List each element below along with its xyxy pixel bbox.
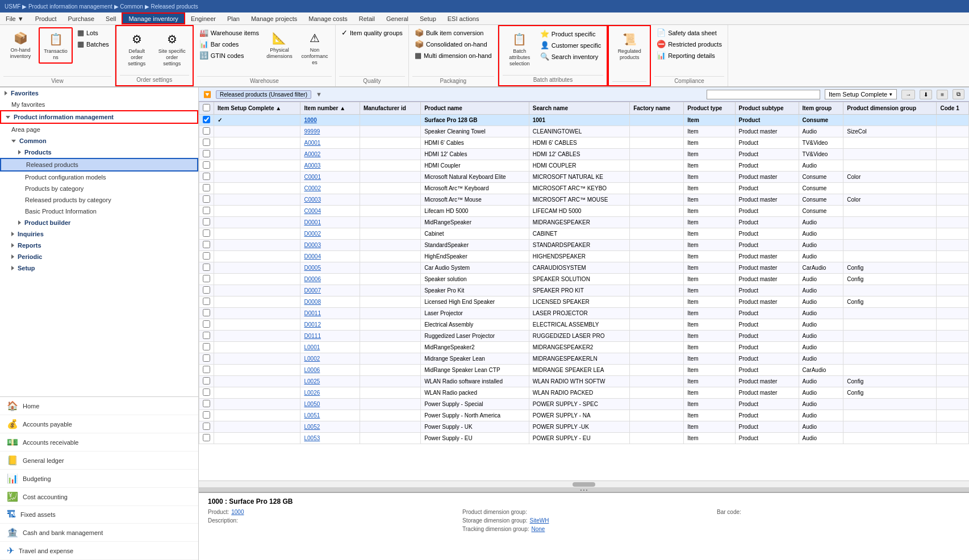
sidebar-pim[interactable]: Product information management xyxy=(0,110,198,124)
table-row[interactable]: D0011 Laser Projector LASER PROJECTOR It… xyxy=(199,308,969,319)
table-row[interactable]: A0001 HDMI 6' Cables HDMI 6' CABLES Item… xyxy=(199,137,969,149)
row-checkbox[interactable] xyxy=(199,228,214,240)
row-checkbox[interactable] xyxy=(199,376,214,387)
row-checkbox[interactable] xyxy=(199,410,214,421)
table-row[interactable]: A0003 HDMI Coupler HDMI COUPLER Item Pro… xyxy=(199,160,969,172)
col-search-name[interactable]: Search name xyxy=(529,102,629,115)
sidebar-bottom-fixed-assets[interactable]: 🏗Fixed assets xyxy=(0,506,198,524)
col-item-number[interactable]: Item number ▲ xyxy=(300,102,360,115)
row-checkbox[interactable] xyxy=(199,342,214,353)
table-row[interactable]: L0052 Power Supply - UK POWER SUPPLY -UK… xyxy=(199,421,969,433)
col-setup-complete[interactable]: Item Setup Complete ▲ xyxy=(214,102,300,115)
col-manufacturer-id[interactable]: Manufacturer id xyxy=(360,102,420,115)
menu-item-general[interactable]: General xyxy=(381,12,414,24)
product-specific-button[interactable]: ⭐ Product specific xyxy=(538,28,603,39)
table-row[interactable]: D0006 Speaker solution SPEAKER SOLUTION … xyxy=(199,274,969,285)
on-hand-inventory-button[interactable]: 📦 On-hand inventory xyxy=(3,27,37,61)
sidebar-bottom-accounts-receivable[interactable]: 💵Accounts receivable xyxy=(0,433,198,452)
menu-item-plan[interactable]: Plan xyxy=(222,12,245,24)
table-row[interactable]: L0002 Midrange Speaker Lean MIDRANGESPEA… xyxy=(199,353,969,365)
h-scrollbar[interactable] xyxy=(199,480,969,487)
sidebar-my-favorites[interactable]: My favorites xyxy=(0,99,198,110)
row-checkbox[interactable] xyxy=(199,365,214,376)
transactions-button[interactable]: 📋 Transactions xyxy=(39,27,73,64)
reporting-details-button[interactable]: 📊 Reporting details xyxy=(654,50,724,61)
table-row[interactable]: 99999 Speaker Cleaning Towel CLEANINGTOW… xyxy=(199,126,969,137)
table-row[interactable]: D0111 Ruggedized Laser Projector RUGGEDI… xyxy=(199,331,969,342)
sidebar-reports[interactable]: Reports xyxy=(0,240,198,251)
row-checkbox[interactable] xyxy=(199,183,214,194)
row-checkbox[interactable] xyxy=(199,217,214,228)
safety-data-sheet-button[interactable]: 📄 Safety data sheet xyxy=(654,27,724,38)
tracking-value[interactable]: None xyxy=(531,526,545,532)
detail-expand-handle[interactable]: • • • xyxy=(199,487,969,492)
row-checkbox[interactable] xyxy=(199,262,214,274)
sidebar-bottom-budgeting[interactable]: 📊Budgeting xyxy=(0,470,198,488)
sidebar-products[interactable]: Products xyxy=(0,147,198,158)
row-checkbox[interactable] xyxy=(199,172,214,183)
sidebar-bottom-home[interactable]: 🏠Home xyxy=(0,397,198,415)
table-row[interactable]: L0026 WLAN Radio packed WLAN RADIO PACKE… xyxy=(199,387,969,399)
bulk-item-conversion-button[interactable]: 📦 Bulk item conversion xyxy=(412,27,494,38)
col-product-name[interactable]: Product name xyxy=(421,102,529,115)
physical-dimensions-button[interactable]: 📐 Physical dimensions xyxy=(262,27,296,61)
batch-attributes-selection-button[interactable]: 📋 Batch attributes selection xyxy=(503,28,537,68)
multi-dimension-button[interactable]: ▦ Multi dimension on-hand xyxy=(412,50,494,61)
sidebar-common[interactable]: Common xyxy=(0,135,198,147)
row-checkbox[interactable] xyxy=(199,149,214,160)
row-checkbox[interactable] xyxy=(199,399,214,410)
go-button[interactable]: → xyxy=(901,90,915,99)
regulated-products-button[interactable]: 📜 Regulated products xyxy=(612,28,646,62)
table-row[interactable]: L0050 Power Supply - Special POWER SUPPL… xyxy=(199,399,969,410)
h-scrollbar-thumb[interactable] xyxy=(573,482,595,487)
site-specific-settings-button[interactable]: ⚙ Site specific order settings xyxy=(155,28,189,68)
warehouse-items-button[interactable]: 🏭 Warehouse items xyxy=(197,27,261,38)
batches-button[interactable]: ▦ Batches xyxy=(75,39,111,49)
sidebar-bottom-travel-and-expense[interactable]: ✈Travel and expense xyxy=(0,542,198,560)
table-row[interactable]: D0004 HighEndSpeaker HIGHENDSPEAKER Item… xyxy=(199,251,969,262)
sidebar-product-config[interactable]: Product configuration models xyxy=(0,172,198,183)
table-row[interactable]: L0001 MidRangeSpeaker2 MIDRANGESPEAKER2 … xyxy=(199,342,969,353)
menu-item-engineer[interactable]: Engineer xyxy=(185,12,222,24)
non-conformances-button[interactable]: ⚠ Non conformances xyxy=(298,27,332,67)
table-row[interactable]: L0006 MidRange Speaker Lean CTP MIDRANGE… xyxy=(199,365,969,376)
row-checkbox[interactable] xyxy=(199,387,214,399)
lots-button[interactable]: ▦ Lots xyxy=(75,27,111,38)
table-row[interactable]: L0051 Power Supply - North America POWER… xyxy=(199,410,969,421)
menu-item-manage-projects[interactable]: Manage projects xyxy=(245,12,303,24)
sidebar-setup[interactable]: Setup xyxy=(0,262,198,274)
table-row[interactable]: D0012 Electrical Assembly ELECTRICAL ASS… xyxy=(199,319,969,331)
col-dim-group[interactable]: Product dimension group xyxy=(843,102,937,115)
bar-codes-button[interactable]: 📊 Bar codes xyxy=(197,39,261,49)
menu-item-retail[interactable]: Retail xyxy=(353,12,381,24)
row-checkbox[interactable] xyxy=(199,251,214,262)
consolidated-on-hand-button[interactable]: 📦 Consolidated on-hand xyxy=(412,39,494,49)
sidebar-released-products[interactable]: Released products xyxy=(0,158,198,172)
col-product-type[interactable]: Product type xyxy=(684,102,735,115)
restricted-products-button[interactable]: ⛔ Restricted products xyxy=(654,39,724,49)
row-checkbox[interactable] xyxy=(199,308,214,319)
default-order-settings-button[interactable]: ⚙ Default order settings xyxy=(120,28,154,68)
header-select-all[interactable] xyxy=(199,102,214,115)
gtin-codes-button[interactable]: 🔢 GTIN codes xyxy=(197,50,261,61)
sidebar-released-by-category[interactable]: Released products by category xyxy=(0,194,198,206)
sidebar-favorites[interactable]: Favorites xyxy=(0,87,198,99)
menu-item-manage-inventory[interactable]: Manage inventory xyxy=(122,12,185,24)
col-code1[interactable]: Code 1 xyxy=(937,102,969,115)
sidebar-bottom-cash-and-bank-management[interactable]: 🏦Cash and bank management xyxy=(0,524,198,542)
sidebar-bottom-accounts-payable[interactable]: 💰Accounts payable xyxy=(0,415,198,433)
grid-search-input[interactable] xyxy=(707,90,820,99)
row-checkbox[interactable] xyxy=(199,421,214,433)
menu-item-product[interactable]: Product xyxy=(30,12,62,24)
row-checkbox[interactable] xyxy=(199,353,214,365)
search-inventory-button[interactable]: 🔍 Search inventory xyxy=(538,51,603,62)
product-value[interactable]: 1000 xyxy=(231,509,244,515)
table-row[interactable]: A0002 HDMI 12' Cables HDMI 12' CABLES It… xyxy=(199,149,969,160)
row-checkbox[interactable] xyxy=(199,331,214,342)
item-quality-groups-button[interactable]: ✓ Item quality groups xyxy=(339,27,405,38)
customer-specific-button[interactable]: 👤 Customer specific xyxy=(538,40,603,51)
row-checkbox[interactable] xyxy=(199,206,214,217)
table-row[interactable]: D0007 Speaker Pro Kit SPEAKER PRO KIT It… xyxy=(199,285,969,296)
storage-value[interactable]: SiteWH xyxy=(530,517,549,524)
table-row[interactable]: D0002 Cabinet CABINET Item Product Audio xyxy=(199,228,969,240)
